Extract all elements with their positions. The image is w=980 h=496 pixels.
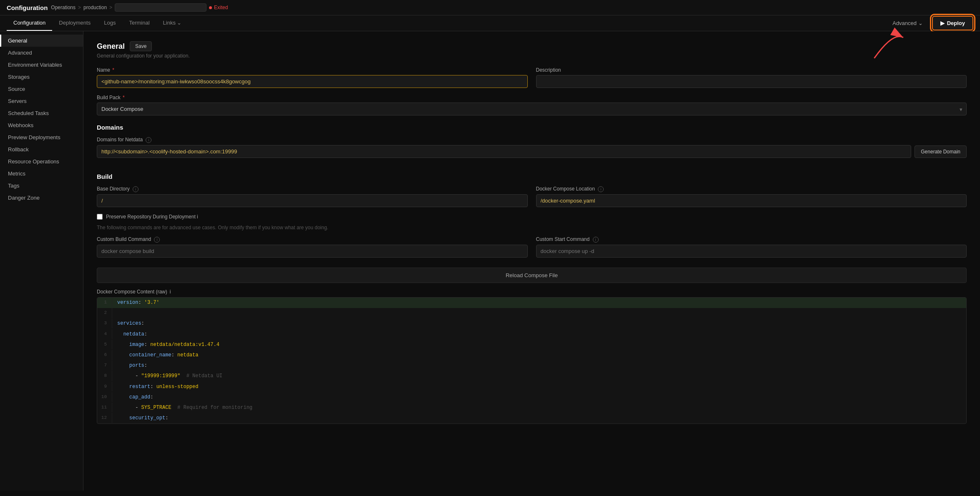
- docker-compose-location-input[interactable]: [536, 194, 967, 207]
- domain-row: Generate Domain: [97, 145, 967, 158]
- line-num-2: 2: [97, 308, 112, 318]
- sidebar-item-scheduled-tasks[interactable]: Scheduled Tasks: [0, 107, 83, 119]
- sidebar-item-tags[interactable]: Tags: [0, 180, 83, 192]
- docker-compose-loc-info-icon[interactable]: i: [598, 186, 604, 192]
- line-num-8: 8: [97, 371, 112, 381]
- breadcrumb-production[interactable]: production: [83, 5, 107, 10]
- custom-build-info-icon[interactable]: i: [154, 237, 160, 243]
- docker-compose-content-label: Docker Compose Content (raw) i: [97, 289, 967, 295]
- name-description-row: Name * Description: [97, 67, 967, 88]
- sidebar-item-advanced[interactable]: Advanced: [0, 47, 83, 59]
- line-content-4: netdata:: [112, 329, 152, 340]
- line-num-5: 5: [97, 340, 112, 350]
- line-num-12: 12: [97, 413, 112, 423]
- sidebar-item-env-vars[interactable]: Environment Variables: [0, 59, 83, 71]
- code-line-7: 7 ports:: [97, 361, 966, 371]
- code-line-1: 1 version: '3.7': [97, 298, 966, 308]
- code-line-8: 8 - "19999:19999" # Netdata UI: [97, 371, 966, 381]
- layout: General Advanced Environment Variables S…: [0, 31, 980, 491]
- tab-terminal[interactable]: Terminal: [122, 15, 156, 31]
- save-button[interactable]: Save: [130, 41, 152, 51]
- preserve-repo-info-icon[interactable]: i: [197, 214, 198, 220]
- main-content: General Save General configuration for y…: [83, 31, 980, 491]
- line-content-2: [112, 308, 125, 318]
- line-num-4: 4: [97, 329, 112, 339]
- line-content-10: cap_add:: [112, 392, 158, 403]
- line-content-8: - "19999:19999" # Netdata UI: [112, 371, 227, 381]
- build-pack-select[interactable]: Docker Compose Dockerfile Nixpacks: [97, 103, 967, 115]
- description-input[interactable]: [536, 75, 967, 88]
- sidebar-item-servers[interactable]: Servers: [0, 95, 83, 107]
- base-dir-info-icon[interactable]: i: [133, 186, 139, 192]
- breadcrumb-sep1: >: [78, 5, 81, 10]
- sidebar-item-rollback[interactable]: Rollback: [0, 143, 83, 155]
- tab-links[interactable]: Links ⌄: [156, 15, 189, 31]
- line-content-5: image: netdata/netdata:v1.47.4: [112, 340, 224, 350]
- top-bar: Configuration Operations > production > …: [0, 0, 980, 15]
- line-num-11: 11: [97, 403, 112, 413]
- name-label: Name *: [97, 67, 528, 73]
- generate-domain-button[interactable]: Generate Domain: [914, 145, 967, 158]
- custom-start-command-input[interactable]: [536, 245, 967, 258]
- line-content-12: security_opt:: [112, 413, 173, 423]
- domains-title: Domains: [97, 124, 967, 131]
- build-dirs-row: Base Directory i Docker Compose Location…: [97, 186, 967, 207]
- sidebar-item-danger-zone[interactable]: Danger Zone: [0, 192, 83, 204]
- description-group: Description: [536, 67, 967, 88]
- breadcrumb: Operations > production > Exited: [51, 3, 228, 12]
- status-badge: Exited: [209, 5, 228, 10]
- breadcrumb-operations[interactable]: Operations: [51, 5, 76, 10]
- code-editor[interactable]: 1 version: '3.7' 2 3 services: 4 netdata…: [97, 297, 967, 424]
- preserve-repo-checkbox[interactable]: [97, 214, 103, 220]
- sidebar: General Advanced Environment Variables S…: [0, 31, 83, 491]
- name-group: Name *: [97, 67, 528, 88]
- custom-build-command-input[interactable]: [97, 245, 528, 258]
- domains-info-icon[interactable]: i: [146, 137, 151, 143]
- tab-deployments[interactable]: Deployments: [52, 15, 97, 31]
- name-input[interactable]: [97, 75, 528, 88]
- code-line-2: 2: [97, 308, 966, 318]
- code-line-5: 5 image: netdata/netdata:v1.47.4: [97, 340, 966, 350]
- domains-group: Domains for Netdata i Generate Domain: [97, 137, 967, 165]
- status-dot: [209, 6, 212, 9]
- code-line-12: 12 security_opt:: [97, 413, 966, 423]
- breadcrumb-input[interactable]: [115, 3, 207, 12]
- line-num-7: 7: [97, 361, 112, 371]
- advanced-label: Advanced ⌄: [892, 20, 922, 26]
- preserve-repo-label: Preserve Repository During Deployment i: [106, 214, 198, 220]
- sidebar-item-storages[interactable]: Storages: [0, 71, 83, 83]
- deploy-button[interactable]: ▶ Deploy: [932, 16, 973, 30]
- domain-input[interactable]: [97, 145, 911, 158]
- base-directory-label: Base Directory i: [97, 186, 528, 192]
- sidebar-item-source[interactable]: Source: [0, 83, 83, 95]
- docker-compose-content-info-icon[interactable]: i: [170, 289, 171, 295]
- deploy-label: Deploy: [947, 20, 965, 26]
- base-directory-input[interactable]: [97, 194, 528, 207]
- tab-configuration[interactable]: Configuration: [7, 15, 52, 31]
- sidebar-item-webhooks[interactable]: Webhooks: [0, 119, 83, 131]
- docker-compose-location-group: Docker Compose Location i: [536, 186, 967, 207]
- line-content-11: - SYS_PTRACE # Required for monitoring: [112, 403, 257, 413]
- name-required: *: [112, 67, 114, 73]
- line-content-6: container_name: netdata: [112, 350, 203, 361]
- section-title: General: [97, 42, 125, 51]
- base-directory-group: Base Directory i: [97, 186, 528, 207]
- code-line-9: 9 restart: unless-stopped: [97, 382, 966, 392]
- reload-compose-button[interactable]: Reload Compose File: [97, 268, 967, 283]
- sidebar-item-resource-operations[interactable]: Resource Operations: [0, 155, 83, 168]
- build-pack-row: Build Pack * Docker Compose Dockerfile N…: [97, 95, 967, 115]
- sidebar-item-preview-deployments[interactable]: Preview Deployments: [0, 131, 83, 143]
- line-num-10: 10: [97, 392, 112, 402]
- sidebar-item-metrics[interactable]: Metrics: [0, 168, 83, 180]
- section-header: General Save: [97, 41, 967, 51]
- advanced-button[interactable]: Advanced ⌄: [888, 18, 927, 29]
- build-pack-label: Build Pack *: [97, 95, 967, 100]
- sidebar-item-general[interactable]: General: [0, 35, 83, 47]
- tab-logs[interactable]: Logs: [97, 15, 122, 31]
- line-content-1: version: '3.7': [112, 298, 164, 308]
- preserve-repo-row: Preserve Repository During Deployment i: [97, 214, 967, 220]
- custom-start-info-icon[interactable]: i: [593, 237, 599, 243]
- nav-right: Advanced ⌄ ▶ Deploy: [888, 16, 973, 30]
- custom-start-command-label: Custom Start Command i: [536, 236, 967, 243]
- advanced-info-text: The following commands are for advanced …: [97, 225, 967, 230]
